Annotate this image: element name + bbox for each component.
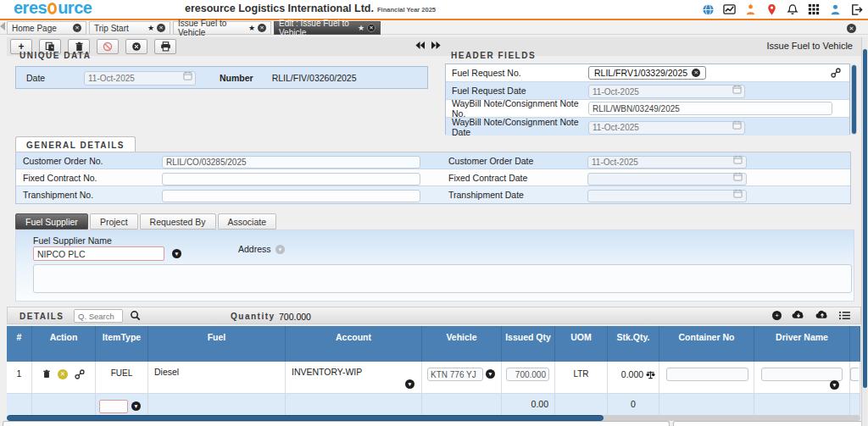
fixed-contract-date-input[interactable]: [587, 173, 747, 185]
calendar-icon[interactable]: [183, 71, 192, 80]
sidebar-collapse-arrow-icon[interactable]: [0, 22, 5, 30]
scrollbar-thumb[interactable]: [7, 415, 604, 421]
add-row-icon[interactable]: +: [772, 311, 782, 320]
delete-row-icon[interactable]: [42, 369, 51, 393]
tab-project[interactable]: Project: [90, 213, 138, 230]
details-bar: DETAILS Quantity 700.000 +: [7, 307, 861, 324]
link-icon[interactable]: [831, 68, 841, 78]
link-row-icon[interactable]: [75, 369, 85, 393]
location-pin-icon[interactable]: [765, 3, 778, 16]
stk-qty-value: 0.000: [621, 369, 643, 379]
transhipment-row: Transhipment No. Transhipment Date: [16, 186, 850, 203]
fuel-supplier-name-input[interactable]: [33, 246, 164, 261]
tab-label: Trip Start: [94, 24, 129, 33]
tab-edit-issue-fuel[interactable]: Edit : Issue Fuel to Vehicle ★✕: [274, 21, 381, 35]
print-button[interactable]: [154, 39, 176, 54]
vehicle-dropdown-icon[interactable]: ▾: [486, 369, 495, 379]
tab-home-page[interactable]: Home Page ✕: [7, 21, 86, 35]
star-icon[interactable]: ★: [147, 24, 154, 32]
issued-qty-input[interactable]: [506, 368, 549, 381]
fixed-contract-no-input[interactable]: [162, 173, 420, 185]
close-tab-icon[interactable]: ✕: [73, 24, 81, 32]
cloud-upload-icon[interactable]: [815, 310, 829, 320]
page-vertical-scrollbar[interactable]: [861, 37, 867, 426]
stk-qty-total: 0: [608, 394, 659, 415]
fuel-request-no-chip[interactable]: RLIL/FRV1/03329/2025 ✕: [588, 66, 706, 80]
calendar-icon[interactable]: [733, 155, 743, 164]
tab-trip-start[interactable]: Trip Start ★✕: [89, 21, 170, 35]
chart-icon[interactable]: [722, 3, 736, 16]
tab-fuel-supplier[interactable]: Fuel Supplier: [15, 213, 88, 230]
scrollbar-thumb[interactable]: [863, 49, 867, 388]
row-actions: ✕: [32, 362, 96, 393]
waybill-date-row: WayBill Note/Consignment Note Date: [446, 118, 849, 136]
fuel-request-date-input[interactable]: [588, 85, 745, 98]
financial-year-label: Financial Year 2025: [377, 6, 436, 14]
stock-scale-icon[interactable]: [646, 370, 655, 379]
waybill-no-input[interactable]: [588, 102, 832, 115]
close-tab-icon[interactable]: ✕: [157, 24, 165, 32]
logout-icon[interactable]: [849, 3, 863, 16]
transhipment-no-input[interactable]: [162, 190, 420, 202]
vehicle-input[interactable]: [427, 368, 483, 381]
close-all-tabs-icon[interactable]: ✕: [847, 24, 856, 33]
cloud-download-icon[interactable]: [792, 310, 805, 320]
user-orange-icon[interactable]: [743, 3, 757, 16]
company-title: eresource Logistics International Ltd.Fi…: [185, 3, 436, 14]
calendar-icon[interactable]: [732, 120, 742, 130]
tab-requested-by[interactable]: Requested By: [140, 213, 216, 230]
remove-chip-icon[interactable]: ✕: [692, 69, 700, 77]
star-icon[interactable]: ★: [248, 24, 255, 32]
scrollbar-thumb[interactable]: [852, 65, 856, 134]
driver-dropdown-icon[interactable]: ▾: [830, 380, 839, 390]
bottom-right-panel: [673, 421, 865, 426]
row-number: 1: [7, 362, 32, 393]
list-view-icon[interactable]: [839, 311, 850, 320]
search-input[interactable]: [74, 309, 123, 323]
cancel-record-button[interactable]: [97, 39, 119, 54]
close-tab-icon[interactable]: ✕: [258, 24, 266, 32]
transhipment-date-input[interactable]: [587, 190, 747, 202]
tab-associate[interactable]: Associate: [218, 213, 277, 230]
fixed-contract-no-label: Fixed Contract No.: [16, 173, 162, 183]
calendar-icon[interactable]: [733, 189, 743, 198]
user-blue-icon[interactable]: [828, 3, 842, 16]
bottom-left-panel: [3, 421, 670, 426]
star-icon[interactable]: ★: [358, 24, 364, 32]
bell-icon[interactable]: [786, 3, 799, 16]
container-no-input[interactable]: [666, 368, 748, 381]
col-driver-name: Driver Name: [754, 326, 850, 362]
eresource-logo[interactable]: eresurce: [14, 0, 92, 18]
close-record-button[interactable]: [125, 39, 147, 54]
address-textarea[interactable]: [33, 264, 852, 293]
ban-icon: [103, 41, 113, 52]
date-input[interactable]: [84, 71, 196, 86]
close-tab-icon[interactable]: ✕: [367, 24, 376, 32]
supplier-dropdown-icon[interactable]: ▾: [172, 249, 181, 258]
previous-record-icon[interactable]: [415, 41, 426, 50]
extra-input[interactable]: [850, 368, 859, 381]
cancel-row-icon[interactable]: ✕: [58, 369, 68, 379]
details-title: DETAILS: [19, 312, 64, 321]
col-vehicle: Vehicle: [422, 326, 502, 362]
new-itemtype-input[interactable]: [99, 400, 128, 413]
grid-horizontal-scrollbar[interactable]: [7, 415, 860, 421]
extra-cell: [850, 362, 860, 393]
tab-issue-fuel[interactable]: Issue Fuel to Vehicle ★✕: [173, 21, 271, 35]
search-icon[interactable]: [130, 310, 141, 321]
customer-order-no-input[interactable]: [162, 156, 420, 169]
calendar-icon[interactable]: [732, 85, 742, 94]
address-expand-icon[interactable]: ▾: [275, 245, 285, 254]
account-dropdown-icon[interactable]: ▾: [405, 379, 415, 389]
customer-order-date-input[interactable]: [587, 156, 747, 169]
apps-grid-icon[interactable]: [807, 3, 821, 16]
waybill-date-input[interactable]: [588, 121, 745, 135]
tab-label: Edit : Issue Fuel to Vehicle: [279, 19, 351, 37]
header-fields-scrollbar[interactable]: [851, 64, 857, 135]
new-itemtype-dropdown-icon[interactable]: ▾: [131, 401, 141, 411]
globe-icon[interactable]: [701, 3, 715, 16]
quantity-label: Quantity: [231, 312, 275, 321]
next-record-icon[interactable]: [431, 41, 442, 50]
driver-name-input[interactable]: [761, 368, 843, 381]
calendar-icon[interactable]: [733, 172, 743, 181]
